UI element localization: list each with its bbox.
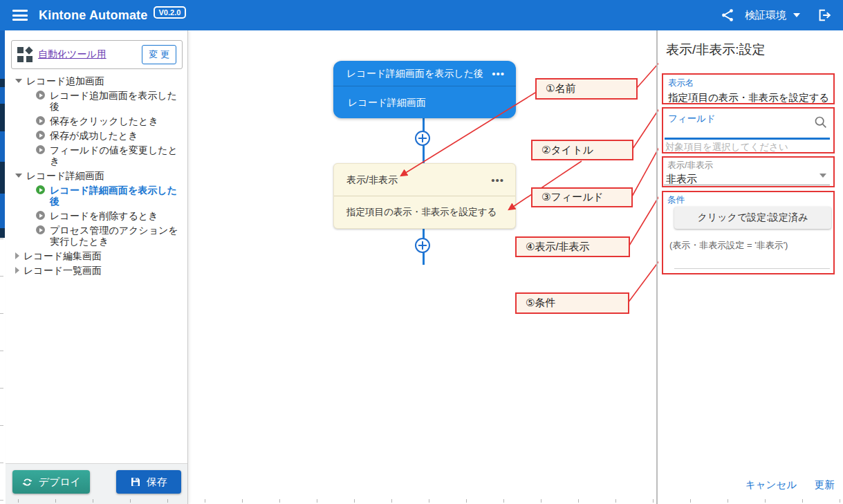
change-app-button[interactable]: 変 更	[142, 45, 176, 64]
display-name-value[interactable]: 指定項目の表示・非表示を設定する	[668, 91, 833, 104]
trigger-node-header: レコード詳細画面を表示した後 •••	[333, 61, 516, 86]
tree-label: 保存が成功したとき	[50, 130, 138, 141]
share-icon[interactable]	[720, 8, 735, 23]
sync-icon	[21, 476, 33, 488]
deploy-button-label: デプロイ	[39, 476, 81, 489]
tree-label: フィールドの値を変更したとき	[50, 144, 185, 167]
triangle-expanded-icon[interactable]	[15, 174, 22, 178]
chevron-down-icon[interactable]	[793, 13, 800, 17]
play-icon	[36, 185, 45, 194]
app-selector-card: 自動化ツール用 変 更	[11, 40, 183, 69]
tree-label: レコード編集画面	[24, 250, 102, 261]
save-button-label: 保存	[147, 476, 167, 489]
play-icon	[36, 225, 45, 234]
visibility-select[interactable]: 表示/非表示 非表示	[662, 156, 835, 187]
annotation-title: ②タイトル	[531, 140, 633, 160]
tree-label: レコード一覧画面	[24, 265, 102, 276]
tree-group-record-add[interactable]: レコード追加画面	[10, 73, 187, 88]
bottom-ruler-ticks	[18, 499, 843, 503]
tree-label: レコード追加画面を表示した後	[50, 90, 185, 112]
tree-event-item-selected[interactable]: レコード詳細画面を表示した後	[10, 183, 187, 208]
update-button[interactable]: 更新	[815, 478, 835, 492]
event-tree: レコード追加画面 レコード追加画面を表示した後 保存をクリックしたとき 保存が成…	[10, 73, 187, 277]
annotation-condition: ⑤条件	[515, 292, 629, 314]
condition-set-button[interactable]: クリックで設定:設定済み	[674, 207, 831, 229]
hamburger-menu-icon[interactable]	[12, 10, 28, 21]
tree-event-item[interactable]: フィールドの値を変更したとき	[10, 142, 187, 168]
trigger-node[interactable]: レコード詳細画面を表示した後 ••• レコード詳細画面	[333, 61, 516, 118]
deploy-button[interactable]: デプロイ	[12, 470, 90, 494]
annotation-name: ①名前	[535, 78, 638, 100]
app-title: Kintone Automate	[39, 8, 148, 23]
tree-event-item[interactable]: 保存が成功したとき	[10, 128, 187, 142]
flow-canvas[interactable]: レコード詳細画面を表示した後 ••• レコード詳細画面 表示/非表示 ••• 指…	[188, 30, 657, 504]
tree-event-item[interactable]: レコードを削除するとき	[10, 208, 187, 223]
annotation-visibility: ④表示/非表示	[515, 236, 630, 257]
save-floppy-icon	[130, 476, 141, 487]
play-icon	[36, 91, 45, 100]
left-ruler-ticks	[0, 239, 3, 504]
tree-group-record-list[interactable]: レコード一覧画面	[10, 263, 187, 277]
app-link[interactable]: 自動化ツール用	[38, 48, 106, 61]
settings-panel: 表示/非表示:設定 表示名 指定項目の表示・非表示を設定する フィールド 対象項…	[658, 30, 843, 504]
triangle-collapsed-icon[interactable]	[15, 252, 19, 259]
version-badge: V0.2.0	[154, 6, 187, 19]
tree-label: レコード追加画面	[26, 75, 104, 86]
sidebar: 自動化ツール用 変 更 レコード追加画面 レコード追加画面を表示した後 保存をク…	[6, 30, 188, 504]
display-name-field: 表示名 指定項目の表示・非表示を設定する	[662, 73, 835, 104]
panel-title: 表示/非表示:設定	[666, 41, 766, 59]
triangle-collapsed-icon[interactable]	[15, 267, 19, 274]
tree-event-item[interactable]: プロセス管理のアクションを実行したとき	[10, 223, 187, 248]
action-node-header: 表示/非表示 •••	[334, 164, 515, 196]
trigger-node-subtitle: レコード詳細画面	[333, 86, 516, 118]
chevron-down-icon[interactable]	[819, 174, 826, 178]
search-icon[interactable]	[813, 115, 828, 130]
trigger-node-title: レコード詳細画面を表示した後	[346, 61, 483, 86]
condition-underline	[674, 268, 830, 269]
tree-event-item[interactable]: 保存をクリックしたとき	[10, 113, 187, 128]
add-step-icon[interactable]	[415, 131, 430, 146]
action-node-title: 表示/非表示	[346, 164, 398, 196]
top-bar-right: 検証環境	[720, 8, 832, 23]
visibility-underline	[664, 185, 830, 185]
add-step-icon[interactable]	[415, 238, 430, 253]
visibility-label: 表示/非表示	[667, 160, 833, 171]
annotation-field: ③フィールド	[531, 187, 633, 207]
more-options-icon[interactable]: •••	[491, 164, 504, 196]
cancel-button[interactable]: キャンセル	[745, 478, 797, 492]
sidebar-footer: デプロイ 保存	[6, 463, 187, 504]
logout-icon[interactable]	[817, 8, 832, 23]
field-input-underline	[665, 138, 830, 140]
panel-actions: キャンセル 更新	[745, 478, 835, 492]
field-helper-text: 対象項目を選択してください	[665, 141, 788, 153]
action-node[interactable]: 表示/非表示 ••• 指定項目の表示・非表示を設定する	[333, 163, 516, 229]
more-options-icon[interactable]: •••	[492, 61, 505, 86]
left-edge-strip	[0, 30, 5, 238]
tree-label: レコード詳細画面	[26, 170, 104, 181]
play-icon	[36, 145, 45, 154]
top-bar: Kintone Automate V0.2.0 検証環境	[0, 0, 843, 30]
tree-label: レコード詳細画面を表示した後	[50, 185, 185, 207]
play-icon	[36, 211, 45, 220]
play-icon	[36, 131, 45, 140]
field-select-field[interactable]: フィールド 対象項目を選択してください	[662, 107, 835, 153]
tree-label: レコードを削除するとき	[50, 210, 158, 221]
panel-divider	[656, 30, 658, 504]
action-node-subtitle: 指定項目の表示・非表示を設定する	[334, 196, 515, 228]
tree-event-item[interactable]: レコード追加画面を表示した後	[10, 88, 187, 113]
tree-label: プロセス管理のアクションを実行したとき	[50, 225, 185, 247]
kintone-automate-app: { "header": { "title": "Kintone Automate…	[0, 0, 843, 504]
environment-label[interactable]: 検証環境	[745, 9, 786, 22]
condition-summary: (表示・非表示設定 = '非表示')	[669, 239, 788, 252]
tree-label: 保存をクリックしたとき	[50, 115, 158, 127]
play-icon	[36, 116, 45, 125]
triangle-expanded-icon[interactable]	[15, 79, 22, 83]
tree-group-record-edit[interactable]: レコード編集画面	[10, 248, 187, 263]
condition-label: 条件	[667, 194, 833, 206]
display-name-label: 表示名	[668, 77, 833, 89]
condition-field: 条件 クリックで設定:設定済み (表示・非表示設定 = '非表示')	[662, 191, 835, 274]
field-select-label: フィールド	[668, 113, 833, 125]
save-button[interactable]: 保存	[116, 470, 181, 494]
tree-group-record-detail[interactable]: レコード詳細画面	[10, 168, 187, 183]
app-blocks-icon	[17, 47, 33, 62]
